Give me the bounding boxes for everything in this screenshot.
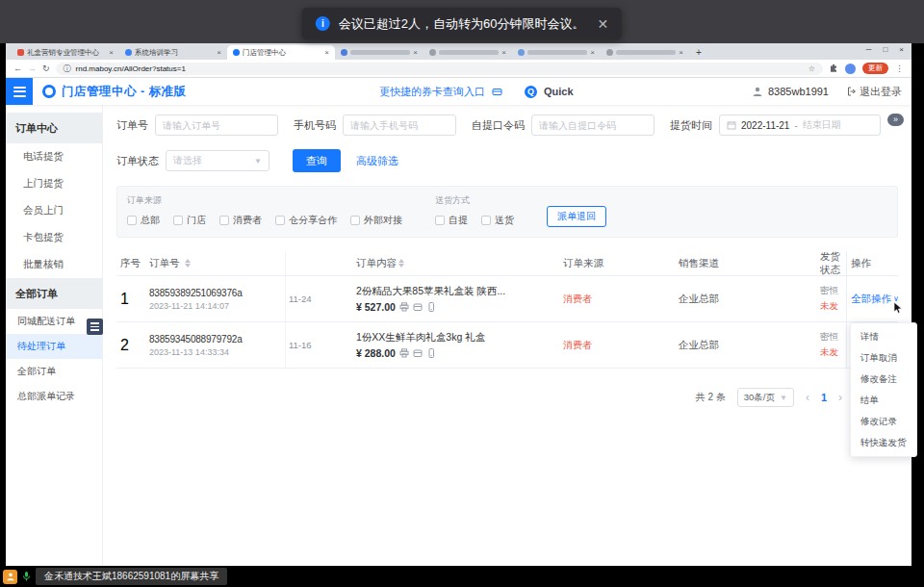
new-tab-button[interactable]: +: [693, 47, 705, 59]
page-size-select[interactable]: 30条/页 ▼: [737, 388, 794, 407]
checkbox-icon[interactable]: [219, 216, 229, 225]
date-start-value[interactable]: 2022-11-21: [741, 120, 789, 131]
source-option-external[interactable]: 外部对接: [350, 214, 402, 227]
table-row: 2 83859345088979792a 2023-11-13 14:33:34…: [116, 322, 898, 369]
phone-icon[interactable]: [426, 302, 436, 312]
menu-item-edit-history[interactable]: 修改记录: [851, 411, 916, 432]
col-header-content[interactable]: 订单内容: [356, 257, 563, 270]
search-button[interactable]: 查询: [293, 149, 341, 172]
browser-tab-4[interactable]: ×: [335, 45, 424, 60]
browser-menu-icon[interactable]: ⋮: [895, 64, 904, 73]
coupon-query-link[interactable]: 更快捷的券卡查询入口: [379, 85, 485, 99]
collapse-panel-button[interactable]: »: [887, 114, 904, 126]
pickup-code-input[interactable]: [531, 115, 654, 136]
printer-icon[interactable]: [399, 302, 409, 312]
close-icon[interactable]: ✕: [597, 16, 608, 32]
browser-tab-5[interactable]: ×: [424, 45, 512, 60]
delivery-option-delivery[interactable]: 送货: [481, 214, 514, 227]
order-no-input[interactable]: [155, 115, 278, 136]
sidebar-item-phone-pickup[interactable]: 电话提货: [6, 143, 102, 170]
profile-avatar[interactable]: [845, 64, 856, 74]
status-select[interactable]: 请选择 ▼: [166, 150, 270, 171]
update-button[interactable]: 更新: [862, 63, 888, 74]
floating-menu-button[interactable]: [87, 319, 103, 335]
browser-tab-2[interactable]: 系统培训学习 ×: [119, 45, 227, 60]
back-icon[interactable]: ←: [13, 64, 22, 73]
mic-icon[interactable]: [21, 571, 32, 582]
date-separator: -: [794, 120, 797, 131]
tab-close-icon[interactable]: ×: [413, 48, 418, 57]
checkbox-icon[interactable]: [481, 216, 491, 225]
prev-page-icon[interactable]: ‹: [806, 391, 809, 404]
checkbox-icon[interactable]: [350, 216, 360, 225]
tab-favicon: [518, 49, 525, 56]
sort-icon[interactable]: [398, 259, 404, 268]
dispatch-return-button[interactable]: 派单退回: [547, 206, 606, 227]
extensions-icon[interactable]: [829, 64, 838, 73]
site-info-icon[interactable]: ⓘ: [64, 64, 71, 74]
source-option-hq[interactable]: 总部: [127, 214, 160, 227]
col-header-order-no[interactable]: 订单号: [149, 251, 286, 275]
source-option-warehouse-share[interactable]: 仓分享合作: [275, 214, 337, 227]
browser-tab-active[interactable]: 门店管理中心 ×: [227, 45, 335, 60]
current-page[interactable]: 1: [821, 392, 827, 403]
all-actions-dropdown-trigger[interactable]: 全部操作 ∨: [851, 293, 899, 306]
tab-close-icon[interactable]: ×: [109, 48, 114, 57]
browser-tab-1[interactable]: 礼盒营销专业管理中心 ×: [12, 45, 119, 60]
phone-label: 手机号码: [294, 118, 336, 133]
bookmark-star-icon[interactable]: ☆: [808, 64, 815, 73]
source-option-consumer[interactable]: 消费者: [219, 214, 262, 227]
sidebar-item-cardpack-pickup[interactable]: 卡包提货: [6, 224, 102, 251]
browser-tab-6[interactable]: ×: [512, 45, 601, 60]
phone-input[interactable]: [343, 115, 456, 136]
tab-close-icon[interactable]: ×: [501, 48, 506, 57]
sidebar-item-door-pickup[interactable]: 上门提货: [6, 170, 102, 197]
quick-label[interactable]: Quick: [544, 86, 574, 97]
sidebar-item-pending-orders[interactable]: 待处理订单: [6, 334, 102, 359]
delivery-option-self-pickup[interactable]: 自提: [435, 214, 468, 227]
checkbox-icon[interactable]: [127, 216, 137, 225]
menu-item-edit-remark[interactable]: 修改备注: [851, 369, 916, 390]
printer-icon[interactable]: [399, 348, 409, 358]
total-count: 共 2 条: [696, 391, 726, 404]
coupon-entry-icon[interactable]: [492, 87, 502, 97]
date-end-placeholder[interactable]: 结束日期: [803, 118, 841, 132]
reload-icon[interactable]: ↻: [42, 64, 50, 73]
sidebar-item-member-visit[interactable]: 会员上门: [6, 197, 102, 224]
phone-icon[interactable]: [426, 348, 436, 358]
tab-close-icon[interactable]: ×: [324, 48, 329, 57]
advanced-filter-link[interactable]: 高级筛选: [356, 154, 398, 168]
col-header-channel: 销售渠道: [679, 257, 820, 270]
tab-close-icon[interactable]: ×: [590, 48, 595, 57]
menu-item-express-ship[interactable]: 转快递发货: [851, 432, 916, 453]
gift-card-icon[interactable]: [413, 348, 423, 358]
tab-close-icon[interactable]: ×: [217, 48, 221, 57]
meeting-toast: i 会议已超过2人，自动转为60分钟限时会议。 ✕: [302, 8, 622, 39]
forward-icon[interactable]: →: [28, 64, 37, 73]
chevron-down-icon: ▼: [254, 157, 262, 166]
next-page-icon[interactable]: ›: [838, 391, 842, 404]
checkbox-icon[interactable]: [173, 216, 183, 225]
maximize-icon[interactable]: □: [883, 45, 887, 54]
tab-title: [527, 50, 587, 55]
logout-button[interactable]: 退出登录: [847, 85, 902, 99]
browser-tab-7[interactable]: ×: [601, 45, 689, 60]
close-window-icon[interactable]: ×: [899, 45, 904, 54]
address-bar[interactable]: ⓘ rnd.maboy.cn/AllOrder?status=1 ☆: [56, 63, 823, 75]
source-option-store[interactable]: 门店: [173, 214, 206, 227]
menu-item-close-order[interactable]: 结单: [851, 390, 916, 411]
sidebar-item-hq-dispatch-records[interactable]: 总部派单记录: [6, 384, 102, 409]
minimize-icon[interactable]: ─: [866, 45, 872, 54]
sort-icon[interactable]: [185, 259, 191, 268]
hamburger-menu-button[interactable]: [6, 78, 33, 105]
tab-close-icon[interactable]: ×: [679, 48, 683, 57]
screen-share-bar: 金禾通技术王斌18662591081的屏幕共享: [0, 566, 924, 587]
sidebar-item-all-orders[interactable]: 全部订单: [6, 359, 102, 384]
checkbox-icon[interactable]: [435, 216, 445, 225]
checkbox-icon[interactable]: [275, 216, 285, 225]
date-range-picker[interactable]: 2022-11-21 - 结束日期: [719, 115, 881, 136]
sidebar-item-batch-writeoff[interactable]: 批量核销: [6, 251, 102, 278]
menu-item-detail[interactable]: 详情: [851, 326, 916, 347]
menu-item-cancel-order[interactable]: 订单取消: [851, 347, 916, 369]
gift-card-icon[interactable]: [413, 302, 423, 312]
